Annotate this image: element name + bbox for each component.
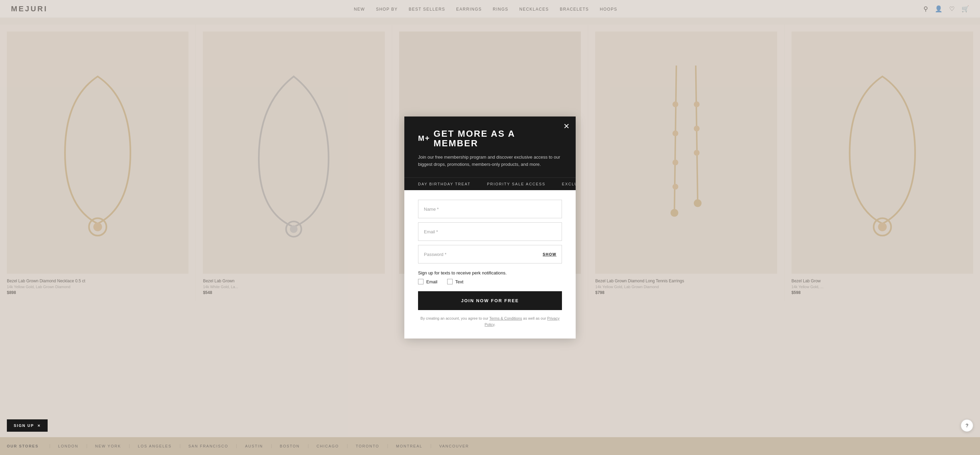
modal-header: M+ GET MORE AS A MEMBER Join our free me… (404, 116, 576, 178)
help-icon: ? (966, 423, 968, 428)
modal-title-row: M+ GET MORE AS A MEMBER (418, 129, 562, 148)
signup-pill-label: SIGN UP (14, 423, 34, 428)
join-button[interactable]: JOIN NOW FOR FREE (418, 291, 562, 310)
signup-text-label: Sign up for texts to receive perk notifi… (418, 270, 562, 275)
perk-sale: PRIORITY SALE ACCESS (487, 182, 546, 186)
email-checkbox-label[interactable]: Email (426, 279, 438, 285)
text-signup-section: Sign up for texts to receive perk notifi… (418, 270, 562, 285)
email-checkbox[interactable] (418, 279, 423, 285)
perk-birthday: DAY BIRTHDAY TREAT (418, 182, 471, 186)
modal-overlay[interactable]: ✕ M+ GET MORE AS A MEMBER Join our free … (0, 0, 980, 455)
mplus-badge: M+ (418, 134, 430, 143)
email-checkbox-item: Email (418, 279, 438, 285)
help-button[interactable]: ? (961, 419, 973, 432)
text-checkbox[interactable] (447, 279, 453, 285)
membership-modal: ✕ M+ GET MORE AS A MEMBER Join our free … (404, 116, 576, 339)
modal-perks-bar: DAY BIRTHDAY TREAT PRIORITY SALE ACCESS … (404, 178, 576, 190)
perk-exclusive: EXCLUSIVE PRO (562, 182, 576, 186)
email-input[interactable] (418, 222, 562, 241)
show-password-button[interactable]: SHOW (543, 252, 557, 256)
modal-title: GET MORE AS A MEMBER (433, 129, 562, 148)
terms-suffix: . (495, 322, 495, 326)
signup-pill[interactable]: SIGN UP ✕ (7, 419, 48, 432)
password-input[interactable] (418, 245, 562, 264)
signup-pill-close-icon[interactable]: ✕ (37, 424, 41, 428)
modal-form-body: SHOW Sign up for texts to receive perk n… (404, 190, 576, 339)
modal-close-button[interactable]: ✕ (563, 123, 570, 130)
terms-text: By creating an account, you agree to our… (418, 315, 562, 328)
name-input[interactable] (418, 200, 562, 218)
password-field-wrapper: SHOW (418, 245, 562, 264)
terms-middle: as well as our (522, 316, 547, 320)
terms-link[interactable]: Terms & Conditions (489, 316, 522, 320)
text-checkbox-label[interactable]: Text (455, 279, 464, 285)
terms-prefix: By creating an account, you agree to our (420, 316, 489, 320)
modal-subtitle: Join our free membership program and dis… (418, 154, 562, 168)
text-checkbox-item: Text (447, 279, 464, 285)
checkbox-row: Email Text (418, 279, 562, 285)
